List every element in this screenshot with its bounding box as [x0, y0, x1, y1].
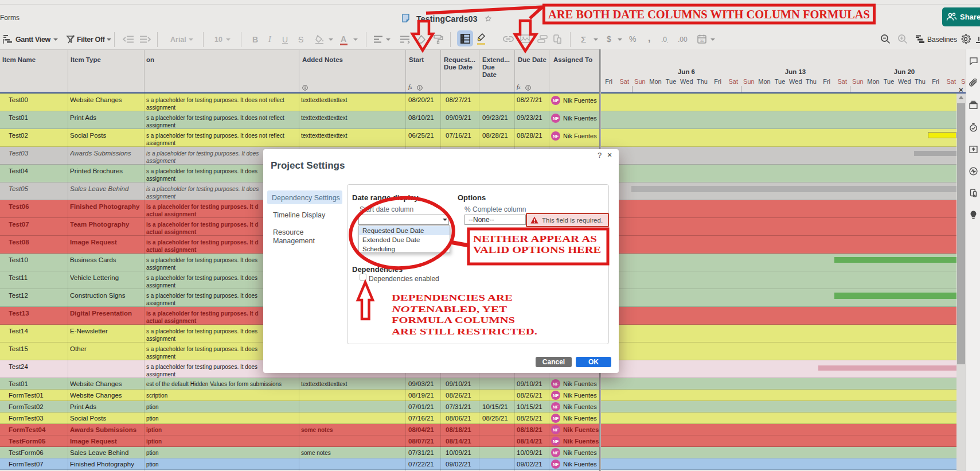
svg-text:31: 31	[700, 39, 704, 42]
